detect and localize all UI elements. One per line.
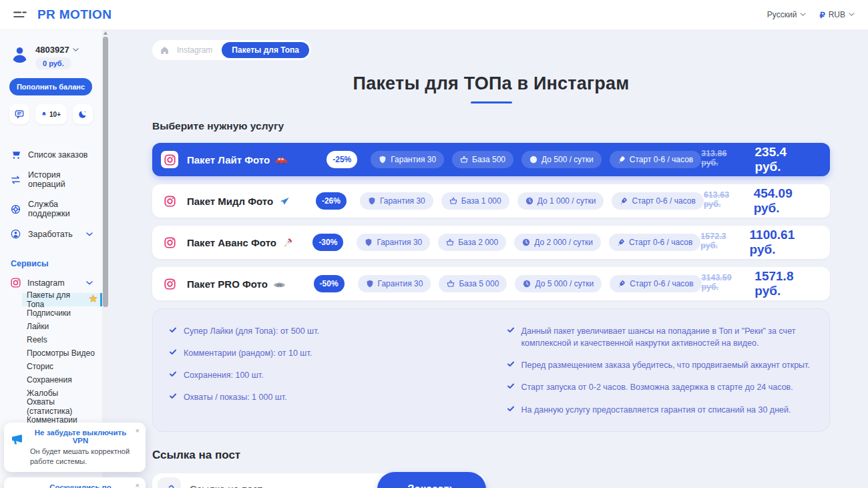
chevron-down-icon — [849, 13, 855, 16]
notifications-button[interactable]: 10+ — [35, 104, 67, 124]
language-selector[interactable]: Русский — [767, 10, 807, 19]
sidebar-nav-item[interactable]: Список заказов — [0, 144, 102, 165]
feature-item: Перед размещением заказа убедитесь, что … — [507, 359, 814, 371]
basket-icon — [446, 238, 454, 246]
chevron-down-icon — [800, 13, 806, 16]
sidebar-subitem[interactable]: Охваты (статистика) — [22, 400, 102, 413]
menu-icon[interactable] — [13, 9, 27, 20]
start-time-badge: Старт 0-6 / часов — [612, 192, 703, 210]
sidebar-subitem[interactable]: Пакеты для Топа — [22, 293, 102, 306]
package-row[interactable]: Пакет Аванс Фото -30% Гарантия 30 Ба — [152, 226, 830, 259]
toast-notification: Не забудьте выключить VPN Он будет мешат… — [4, 423, 146, 472]
sidebar-nav-item[interactable]: Служба поддержки — [0, 194, 102, 224]
chat-button[interactable] — [9, 104, 29, 124]
close-icon[interactable]: × — [136, 427, 140, 435]
discount-badge: -26% — [316, 192, 347, 210]
app-logo[interactable]: PR MOTION — [37, 7, 112, 22]
user-id: 4803927 — [35, 45, 69, 55]
shield-icon — [366, 280, 374, 288]
car-icon — [275, 155, 288, 165]
theme-toggle-button[interactable] — [73, 104, 93, 124]
post-link-input[interactable] — [190, 483, 383, 488]
support-icon — [11, 204, 21, 214]
package-row[interactable]: Пакет Лайт Фото -25% Гарантия 30 Баз — [152, 143, 830, 176]
toast-title: Соскучились по промокодам? — [30, 483, 131, 488]
sidebar-subitem[interactable]: Просмотры Видео — [22, 346, 102, 360]
user-id-dropdown[interactable]: 4803927 — [35, 45, 79, 55]
post-link-heading: Ссылка на пост — [152, 449, 830, 462]
feature-item: Комментарии (рандом): от 10 шт. — [169, 347, 476, 359]
package-list: Пакет Лайт Фото -25% Гарантия 30 Баз — [152, 143, 830, 300]
breadcrumb: Instagram Пакеты для Топа — [152, 40, 311, 60]
currency-label: RUB — [829, 10, 845, 19]
package-row[interactable]: Пакет PRO Фото -50% Гарантия 30 База — [152, 267, 830, 300]
price: 454.09 руб. — [754, 186, 815, 216]
clock-icon — [523, 280, 531, 288]
sidebar-subitem[interactable]: Лайки — [22, 320, 102, 333]
base-badge: База 5 000 — [439, 275, 507, 292]
sidebar-subitem[interactable]: Подписчики — [22, 306, 102, 320]
services-section-label: Сервисы — [0, 244, 102, 272]
sidebar-subitem[interactable]: Сохранения — [22, 373, 102, 387]
guarantee-badge: Гарантия 30 — [360, 192, 433, 210]
shield-icon — [368, 197, 376, 205]
chevron-down-icon — [86, 232, 93, 236]
avatar[interactable] — [11, 45, 29, 63]
topup-balance-button[interactable]: Пополнить баланс — [9, 78, 92, 95]
instagram-icon — [164, 278, 176, 290]
feature-item: Охваты / показы: 1 000 шт. — [169, 391, 476, 403]
instagram-icon — [11, 278, 21, 288]
currency-selector[interactable]: ₽ RUB — [819, 10, 855, 20]
old-price: 613.63 руб. — [704, 190, 744, 209]
bell-icon — [41, 109, 47, 119]
instagram-icon — [164, 237, 176, 248]
check-icon — [507, 360, 515, 368]
scrollbar-thumb[interactable] — [103, 37, 108, 307]
sidebar-nav-item[interactable]: История операций — [0, 165, 102, 194]
close-icon[interactable]: × — [136, 482, 140, 488]
daily-limit-badge: До 1 000 / сутки — [517, 192, 604, 210]
breadcrumb-parent[interactable]: Instagram — [177, 45, 212, 55]
package-name: Пакет PRO Фото — [187, 278, 268, 290]
package-row[interactable]: Пакет Мидл Фото -26% Гарантия 30 Баз — [152, 184, 830, 218]
breadcrumb-current[interactable]: Пакеты для Топа — [222, 42, 309, 58]
sidebar-nav: Список заказов История операций Служба п… — [0, 144, 102, 244]
sidebar-nav-item[interactable]: Заработать — [0, 224, 102, 244]
price: 235.4 руб. — [755, 145, 815, 174]
rocket-icon — [618, 280, 626, 288]
feature-item: Супер Лайки (для Топа): от 500 шт. — [169, 325, 476, 337]
megaphone-icon — [10, 431, 25, 446]
feature-item: Сохранения: 100 шт. — [169, 369, 476, 381]
basket-icon — [460, 156, 468, 164]
language-label: Русский — [767, 10, 797, 19]
sidebar-scrollbar[interactable] — [102, 30, 109, 488]
balance-badge: 0 руб. — [35, 57, 71, 69]
features-left: Супер Лайки (для Топа): от 500 шт. Комме… — [169, 325, 476, 426]
shield-icon — [365, 238, 373, 246]
scrollbar-up-arrow[interactable] — [103, 31, 107, 35]
order-button[interactable]: Заказать — [377, 472, 486, 488]
link-icon — [158, 477, 181, 488]
sidebar-subitem[interactable]: Сторис — [22, 360, 102, 373]
transfer-icon — [11, 175, 21, 185]
earn-icon — [11, 229, 21, 239]
feature-item: Данный пакет увеличивает шансы на попада… — [507, 325, 814, 349]
check-icon — [169, 326, 177, 334]
clock-icon — [529, 156, 537, 164]
rocket-icon — [618, 156, 626, 164]
chevron-down-icon — [86, 281, 93, 285]
home-icon[interactable] — [160, 46, 169, 55]
moon-icon — [78, 109, 87, 119]
shield-icon — [379, 156, 387, 164]
guarantee-badge: Гарантия 30 — [358, 275, 431, 292]
basket-icon — [447, 280, 455, 288]
sidebar-subitem[interactable]: Reels — [22, 333, 102, 346]
page-title: Пакеты для ТОПа в Инстаграм — [152, 73, 830, 94]
rocket-icon — [282, 238, 294, 248]
features-right: Данный пакет увеличивает шансы на попада… — [507, 325, 814, 426]
toast-body: Он будет мешать корректной работе систем… — [30, 447, 131, 466]
sidebar: 4803927 0 руб. Пополнить баланс 10+ — [0, 30, 102, 488]
package-name: Пакет Лайт Фото — [187, 154, 270, 166]
check-icon — [169, 348, 177, 356]
discount-badge: -25% — [327, 151, 357, 168]
